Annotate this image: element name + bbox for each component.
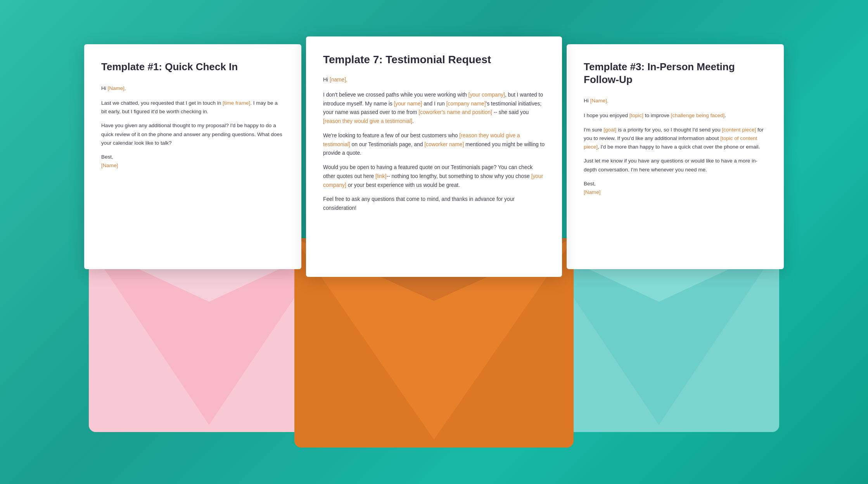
letter-left-body: Hi [Name], Last we chatted, you requeste… [101, 84, 284, 170]
letter-left-name-placeholder: [Name], [108, 85, 126, 91]
envelope-left [89, 246, 329, 432]
letter-right-name-placeholder: [Name], [590, 98, 609, 104]
letter-left-title: Template #1: Quick Check In [101, 60, 284, 73]
letter-left-salutation: Hi [Name], [101, 84, 284, 93]
letter-center-para3: Would you be open to having a featured q… [323, 163, 545, 190]
letter-left-sign-placeholder: [Name] [101, 162, 118, 168]
letter-card-center: Template 7: Testimonial Request Hi [name… [306, 36, 562, 277]
letter-center-title: Template 7: Testimonial Request [323, 53, 545, 66]
letter-card-right: Template #3: In-Person Meeting Follow-Up… [567, 44, 784, 269]
letter-center-para2: We're looking to feature a few of our be… [323, 131, 545, 158]
letter-right-salutation: Hi [Name], [584, 97, 767, 105]
letter-left-hi: Hi [101, 85, 108, 91]
letter-right-para2: I'm sure [goal] is a priority for you, s… [584, 126, 767, 152]
letter-right-para3: Just let me know if you have any questio… [584, 157, 767, 174]
letter-left-para2: Have you given any additional thought to… [101, 121, 284, 147]
letter-left-time-placeholder: [time frame] [223, 100, 250, 106]
letter-center-para4: Feel free to ask any questions that come… [323, 195, 545, 213]
envelopes-container: Template #1: Quick Check In Hi [Name], L… [66, 29, 802, 455]
letter-right-title: Template #3: In-Person Meeting Follow-Up [584, 60, 767, 86]
letter-right-hi: Hi [584, 98, 590, 104]
letter-right-body: Hi [Name], I hope you enjoyed [topic] to… [584, 97, 767, 197]
letter-left-best: Best, [101, 154, 113, 160]
envelope-right [539, 246, 779, 432]
letter-left-para1: Last we chatted, you requested that I ge… [101, 99, 284, 116]
letter-center-body: Hi [name], I don't believe we crossed pa… [323, 76, 545, 213]
letter-card-left: Template #1: Quick Check In Hi [Name], L… [84, 44, 301, 269]
letter-center-para1: I don't believe we crossed paths while y… [323, 91, 545, 126]
letter-left-para1-a: Last we chatted, you requested that I ge… [101, 100, 223, 106]
letter-right-sign: Best, [Name] [584, 180, 767, 197]
letter-left-sign: Best, [Name] [101, 153, 284, 170]
letter-right-para1: I hope you enjoyed [topic] to improve [c… [584, 111, 767, 120]
letter-center-salutation: Hi [name], [323, 76, 545, 85]
